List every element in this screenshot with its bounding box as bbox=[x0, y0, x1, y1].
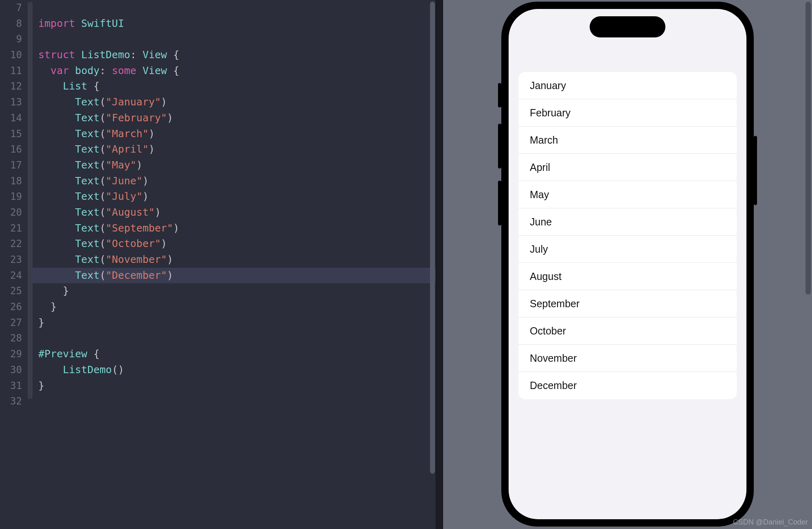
list-item[interactable]: September bbox=[518, 290, 737, 317]
code-line[interactable]: Text("January") bbox=[38, 94, 436, 110]
code-line[interactable]: import SwiftUI bbox=[38, 16, 436, 32]
code-line[interactable]: #Preview { bbox=[38, 346, 436, 362]
line-number: 26 bbox=[0, 299, 28, 315]
line-number: 19 bbox=[0, 189, 28, 205]
code-area[interactable]: import SwiftUIstruct ListDemo: View { va… bbox=[33, 0, 436, 529]
line-number: 12 bbox=[0, 79, 28, 94]
code-line[interactable]: } bbox=[38, 378, 436, 394]
line-number-gutter: 7891011121314151617181920212223242526272… bbox=[0, 0, 28, 529]
line-number: 21 bbox=[0, 221, 28, 236]
list-item[interactable]: October bbox=[518, 317, 737, 345]
code-line[interactable]: Text("September") bbox=[38, 221, 436, 236]
list-item[interactable]: November bbox=[518, 345, 737, 372]
phone-silent-switch bbox=[498, 83, 501, 107]
list-item[interactable]: July bbox=[518, 236, 737, 263]
code-line[interactable]: ListDemo() bbox=[38, 362, 436, 378]
line-number: 28 bbox=[0, 330, 28, 346]
watermark: CSDN @Daniel_Coder bbox=[733, 518, 808, 527]
list-item[interactable]: May bbox=[518, 181, 737, 208]
code-line[interactable] bbox=[38, 330, 436, 346]
code-line[interactable]: Text("June") bbox=[38, 173, 436, 189]
line-number: 24 bbox=[0, 268, 28, 284]
code-line[interactable]: Text("April") bbox=[38, 142, 436, 157]
code-line[interactable]: Text("July") bbox=[38, 189, 436, 205]
code-line[interactable]: } bbox=[38, 299, 436, 315]
line-number: 7 bbox=[0, 0, 28, 16]
list-item[interactable]: February bbox=[518, 99, 737, 127]
phone-screen: JanuaryFebruaryMarchAprilMayJuneJulyAugu… bbox=[509, 9, 746, 519]
line-number: 16 bbox=[0, 142, 28, 157]
line-number: 13 bbox=[0, 94, 28, 110]
line-number: 8 bbox=[0, 16, 28, 32]
line-number: 9 bbox=[0, 31, 28, 47]
line-number: 15 bbox=[0, 126, 28, 142]
code-line[interactable]: Text("May") bbox=[38, 157, 436, 173]
preview-scrollbar[interactable] bbox=[805, 2, 811, 295]
editor-scrollbar[interactable] bbox=[430, 2, 435, 474]
code-line[interactable]: Text("March") bbox=[38, 126, 436, 142]
line-number: 25 bbox=[0, 283, 28, 299]
line-number: 17 bbox=[0, 157, 28, 173]
code-editor-pane: 7891011121314151617181920212223242526272… bbox=[0, 0, 436, 529]
line-number: 10 bbox=[0, 47, 28, 63]
code-line[interactable]: } bbox=[38, 283, 436, 299]
line-number: 23 bbox=[0, 252, 28, 268]
code-line[interactable] bbox=[38, 31, 436, 47]
code-line[interactable]: Text("December") bbox=[33, 268, 436, 284]
swiftui-list[interactable]: JanuaryFebruaryMarchAprilMayJuneJulyAugu… bbox=[518, 72, 737, 399]
code-line[interactable] bbox=[38, 0, 436, 16]
line-number: 18 bbox=[0, 173, 28, 189]
iphone-frame: JanuaryFebruaryMarchAprilMayJuneJulyAugu… bbox=[501, 2, 754, 527]
phone-volume-down bbox=[498, 181, 501, 225]
list-item[interactable]: August bbox=[518, 263, 737, 290]
phone-volume-up bbox=[498, 124, 501, 168]
code-line[interactable]: var body: some View { bbox=[38, 63, 436, 79]
line-number: 30 bbox=[0, 362, 28, 378]
line-number: 27 bbox=[0, 315, 28, 331]
code-line[interactable]: struct ListDemo: View { bbox=[38, 47, 436, 63]
line-number: 14 bbox=[0, 110, 28, 126]
list-item[interactable]: June bbox=[518, 208, 737, 236]
code-line[interactable]: Text("August") bbox=[38, 205, 436, 221]
preview-canvas: JanuaryFebruaryMarchAprilMayJuneJulyAugu… bbox=[443, 0, 812, 529]
pane-divider[interactable] bbox=[436, 0, 443, 529]
code-line[interactable]: } bbox=[38, 315, 436, 331]
line-number: 31 bbox=[0, 378, 28, 394]
fold-strip[interactable] bbox=[28, 2, 33, 399]
dynamic-island bbox=[590, 16, 665, 37]
line-number: 29 bbox=[0, 346, 28, 362]
list-item[interactable]: January bbox=[518, 72, 737, 99]
phone-power-button bbox=[754, 136, 757, 205]
line-number: 22 bbox=[0, 236, 28, 252]
list-item[interactable]: April bbox=[518, 154, 737, 181]
code-line[interactable]: List { bbox=[38, 79, 436, 94]
list-item[interactable]: December bbox=[518, 372, 737, 399]
code-line[interactable]: Text("October") bbox=[38, 236, 436, 252]
list-item[interactable]: March bbox=[518, 127, 737, 154]
line-number: 32 bbox=[0, 393, 28, 409]
code-line[interactable] bbox=[38, 393, 436, 409]
code-line[interactable]: Text("November") bbox=[38, 252, 436, 268]
line-number: 11 bbox=[0, 63, 28, 79]
line-number: 20 bbox=[0, 205, 28, 221]
code-line[interactable]: Text("February") bbox=[38, 110, 436, 126]
